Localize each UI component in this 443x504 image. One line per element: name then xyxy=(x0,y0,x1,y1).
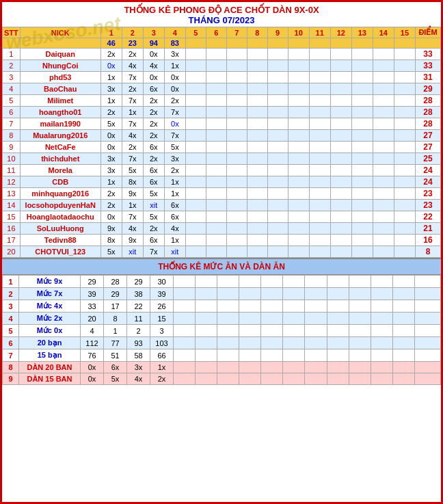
empty-cell xyxy=(351,200,373,211)
stats-empty xyxy=(196,373,217,385)
stt-cell: 16 xyxy=(3,223,21,235)
stats-empty xyxy=(392,313,414,325)
value-cell: xit xyxy=(143,200,164,211)
stats-empty xyxy=(305,373,327,385)
empty-cell xyxy=(288,72,309,83)
stats-stt: 1 xyxy=(3,276,19,288)
empty-cell xyxy=(247,200,267,211)
table-row: 14locsohopduyenHaN2x1xxit6x23 xyxy=(3,200,441,211)
empty-cell xyxy=(309,130,330,142)
value-cell: 3x xyxy=(164,49,185,60)
nick-cell: Mualarung2016 xyxy=(20,130,100,142)
empty-cell xyxy=(185,49,206,60)
empty-cell xyxy=(288,83,309,95)
empty-cell xyxy=(351,130,373,142)
diem-cell: 25 xyxy=(415,153,440,165)
stt-sub xyxy=(3,38,21,49)
empty-cell xyxy=(247,72,267,83)
value-cell: 6x xyxy=(143,176,164,188)
stats-empty xyxy=(305,362,327,373)
stats-diem-empty xyxy=(415,300,441,313)
stats-value: 0x xyxy=(81,373,104,385)
empty-cell xyxy=(309,49,330,60)
empty-cell xyxy=(247,60,267,72)
stats-value: 93 xyxy=(127,337,150,349)
stats-empty xyxy=(196,313,217,325)
empty-cell xyxy=(394,142,415,153)
empty-cell xyxy=(394,223,415,235)
empty-cell xyxy=(373,72,394,83)
stats-empty xyxy=(261,276,283,288)
nick-cell: Milimet xyxy=(20,95,100,107)
stats-value: 22 xyxy=(127,300,150,313)
stats-value: 103 xyxy=(150,337,174,349)
stats-value: 8 xyxy=(104,313,127,325)
value-cell: xit xyxy=(122,246,143,258)
title-line2: THÁNG 07/2023 xyxy=(3,15,440,25)
diem-cell: 27 xyxy=(415,142,440,153)
empty-cell xyxy=(351,95,373,107)
stats-empty xyxy=(261,349,283,362)
stats-empty xyxy=(392,337,414,349)
empty-cell xyxy=(226,211,247,223)
stt-cell: 6 xyxy=(3,107,21,118)
stats-value: 58 xyxy=(127,349,150,362)
value-cell: 8x xyxy=(122,176,143,188)
stats-value: 112 xyxy=(81,337,104,349)
stats-empty xyxy=(174,300,196,313)
stats-empty xyxy=(327,373,349,385)
empty-cell xyxy=(309,118,330,130)
stats-label: Mức 4x xyxy=(19,300,81,313)
empty-cell xyxy=(226,246,247,258)
value-cell: xit xyxy=(164,246,185,258)
value-cell: 2x xyxy=(143,130,164,142)
value-cell: 6x xyxy=(143,235,164,246)
stats-empty xyxy=(283,337,305,349)
empty-cell xyxy=(185,95,206,107)
value-cell: 6x xyxy=(164,200,185,211)
stt-cell: 8 xyxy=(3,130,21,142)
stats-value: 29 xyxy=(104,288,127,300)
stats-stt: 9 xyxy=(3,373,19,385)
value-cell: 1x xyxy=(122,107,143,118)
stats-label: 20 bạn xyxy=(19,337,81,349)
stats-value: 51 xyxy=(104,349,127,362)
empty-cell xyxy=(330,211,351,223)
stats-diem-empty xyxy=(415,373,441,385)
empty-cell xyxy=(309,72,330,83)
value-cell: 2x xyxy=(100,188,122,200)
empty-cell xyxy=(226,95,247,107)
empty-cell xyxy=(288,49,309,60)
stats-empty xyxy=(392,349,414,362)
empty-cell xyxy=(226,107,247,118)
empty-cell xyxy=(206,130,226,142)
stats-empty xyxy=(349,288,371,300)
empty-cell xyxy=(330,83,351,95)
stats-value: 4 xyxy=(81,325,104,337)
section2-title: THỐNG KÊ MỨC ĂN VÀ DÀN ĂN xyxy=(2,258,441,275)
value-cell: 1x xyxy=(122,200,143,211)
value-cell: 1x xyxy=(164,176,185,188)
stats-value: 1x xyxy=(150,362,174,373)
empty-cell xyxy=(288,118,309,130)
empty-cell xyxy=(226,142,247,153)
empty-cell xyxy=(394,72,415,83)
col11-header: 11 xyxy=(309,27,330,38)
value-cell: 5x xyxy=(100,246,122,258)
empty-cell xyxy=(351,165,373,176)
stats-value: 0x xyxy=(81,362,104,373)
empty-cell xyxy=(206,246,226,258)
stats-empty xyxy=(239,362,261,373)
stats-empty xyxy=(349,300,371,313)
empty-cell xyxy=(267,72,288,83)
stats-row: 2Mức 7x39293839 xyxy=(3,288,441,300)
empty-cell xyxy=(226,83,247,95)
stats-empty xyxy=(196,325,217,337)
stats-empty xyxy=(327,313,349,325)
main-table: STT NICK 1 2 3 4 5 6 7 8 9 10 11 12 13 1… xyxy=(2,27,441,258)
stats-value: 26 xyxy=(150,300,174,313)
empty-cell xyxy=(267,165,288,176)
empty-cell xyxy=(206,49,226,60)
stats-diem-empty xyxy=(415,362,441,373)
stats-row: 3Mức 4x33172226 xyxy=(3,300,441,313)
